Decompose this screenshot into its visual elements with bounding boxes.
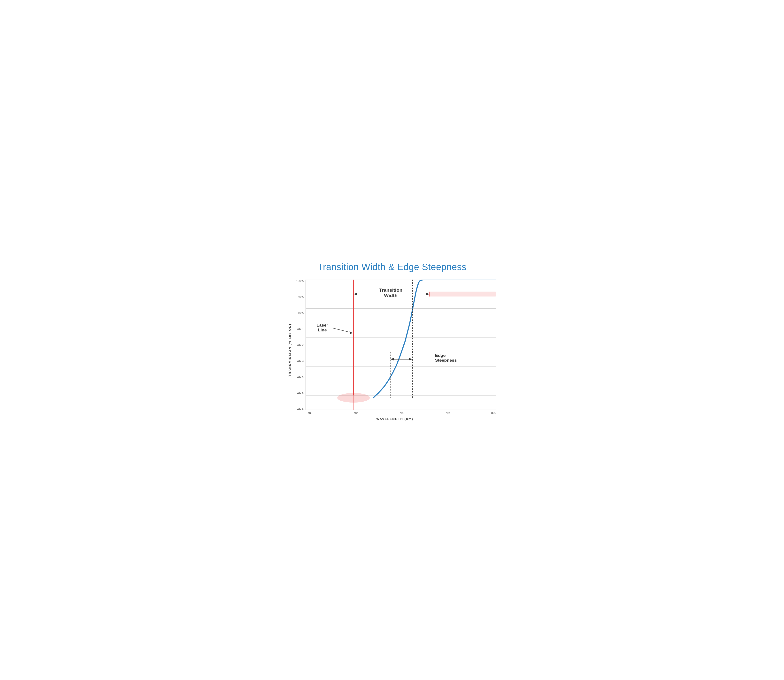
svg-text:Edge: Edge [435, 353, 446, 357]
svg-marker-20 [426, 293, 430, 295]
svg-text:Line: Line [318, 328, 327, 332]
svg-text:Steepness: Steepness [435, 358, 457, 362]
x-tick-780: 780 [307, 411, 312, 415]
x-tick-795: 795 [445, 411, 450, 415]
y-tick-5: OD 3 [297, 359, 304, 362]
x-tick-790: 790 [399, 411, 404, 415]
x-tick-800: 800 [491, 411, 496, 415]
chart-title: Transition Width & Edge Steepness [288, 262, 496, 272]
svg-text:Transition: Transition [379, 288, 402, 293]
plot-area: Transition Width Laser Line Edge Steepne… [305, 280, 496, 410]
y-tick-6: OD 4 [297, 375, 304, 378]
y-tick-2: 10% [298, 312, 304, 315]
y-tick-4: OD 2 [297, 343, 304, 346]
svg-text:Laser: Laser [316, 323, 328, 327]
svg-text:Width: Width [384, 293, 398, 298]
y-tick-3: OD 1 [297, 327, 304, 331]
y-axis-label: TRANSMISSION (% and OD) [288, 280, 291, 421]
svg-marker-22 [390, 358, 394, 360]
y-axis-ticks: 100%50%10%OD 1OD 2OD 3OD 4OD 5OD 6 [293, 280, 305, 410]
svg-line-28 [332, 328, 352, 333]
x-axis-label: WAVELENGTH (nm) [293, 417, 496, 421]
y-tick-0: 100% [296, 280, 304, 282]
y-tick-1: 50% [298, 296, 304, 299]
chart-area: TRANSMISSION (% and OD) 100%50%10%OD 1OD… [288, 280, 496, 421]
svg-marker-23 [409, 358, 412, 360]
chart-with-axes: 100%50%10%OD 1OD 2OD 3OD 4OD 5OD 6 [293, 280, 496, 421]
svg-marker-29 [349, 331, 352, 334]
y-tick-8: OD 6 [297, 408, 304, 410]
chart-container: Transition Width & Edge Steepness TRANSM… [283, 255, 501, 426]
y-tick-7: OD 5 [297, 392, 304, 394]
svg-marker-19 [354, 293, 357, 295]
chart-inner: 100%50%10%OD 1OD 2OD 3OD 4OD 5OD 6 [293, 280, 496, 410]
x-tick-785: 785 [354, 411, 358, 415]
